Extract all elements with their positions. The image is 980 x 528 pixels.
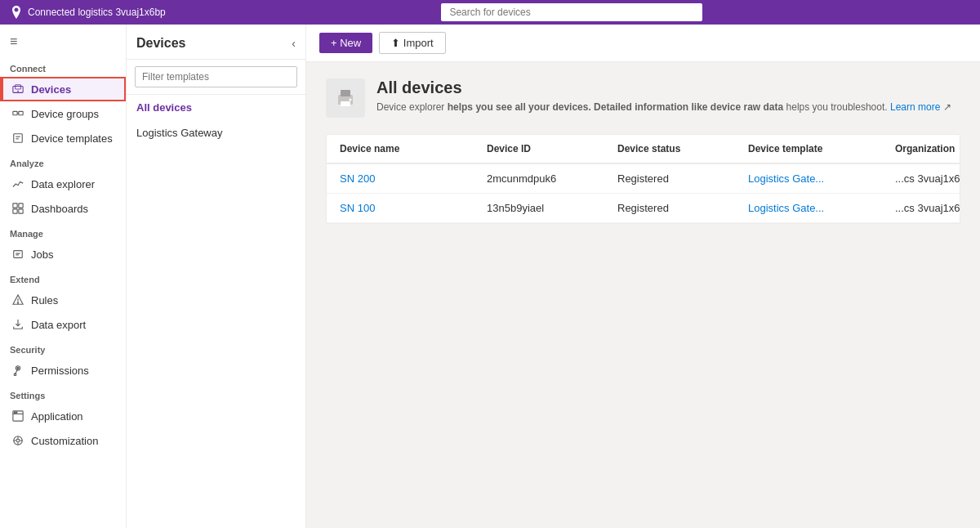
desc-device-explorer: Device explorer: [376, 101, 448, 113]
col-device-status: Device status: [617, 143, 748, 154]
svg-rect-11: [13, 209, 17, 213]
filter-templates-input[interactable]: [135, 66, 297, 87]
device-status-sn100: Registered: [617, 202, 748, 214]
device-id-sn200: 2mcunmdpuk6: [487, 172, 617, 185]
sidebar: ≡ Connect Devices Device: [0, 25, 127, 528]
permissions-icon: [11, 364, 24, 377]
device-templates-icon: [11, 132, 24, 145]
search-input[interactable]: [441, 3, 702, 21]
sidebar-device-templates-label: Device templates: [31, 132, 113, 145]
sidebar-permissions-label: Permissions: [31, 365, 89, 377]
app-name: Connected logistics 3vuaj1x6bp: [28, 7, 166, 18]
svg-rect-9: [13, 204, 17, 208]
all-devices-info: All devices Device explorer helps you se…: [376, 78, 951, 114]
second-panel-nav-all-devices[interactable]: All devices: [127, 95, 305, 120]
col-device-name: Device name: [340, 143, 487, 154]
svg-point-25: [14, 412, 15, 413]
sidebar-item-dashboards[interactable]: Dashboards: [0, 196, 126, 221]
external-link-icon: ↗: [940, 101, 951, 113]
sidebar-item-data-explorer[interactable]: Data explorer: [0, 172, 126, 196]
import-button[interactable]: ⬆ Import: [379, 32, 445, 54]
svg-point-2: [17, 91, 19, 92]
sidebar-item-rules[interactable]: Rules: [0, 288, 126, 312]
svg-rect-4: [19, 111, 23, 114]
sidebar-item-customization[interactable]: Customization: [0, 428, 126, 453]
devices-icon: [11, 83, 24, 96]
organization-sn100: ...cs 3vuaj1x6bp: [895, 202, 960, 214]
section-settings: Settings: [0, 383, 126, 404]
col-device-template: Device template: [748, 143, 895, 154]
device-template-sn200[interactable]: Logistics Gate...: [748, 172, 895, 185]
device-groups-icon: [11, 107, 24, 120]
table-header: Device name Device ID Device status Devi…: [327, 135, 960, 164]
sidebar-item-device-templates[interactable]: Device templates: [0, 126, 126, 150]
sidebar-item-data-export[interactable]: Data export: [0, 312, 126, 337]
svg-rect-3: [13, 111, 17, 114]
learn-more-link[interactable]: Learn more: [890, 101, 940, 113]
second-panel-nav-logistics-gateway[interactable]: Logistics Gateway: [127, 120, 305, 145]
sidebar-customization-label: Customization: [31, 435, 98, 447]
organization-sn200: ...cs 3vuaj1x6bp: [895, 172, 960, 185]
all-devices-header: All devices Device explorer helps you se…: [326, 78, 960, 118]
svg-point-18: [17, 302, 18, 303]
svg-rect-1: [16, 85, 21, 89]
svg-point-26: [16, 412, 17, 413]
second-panel-close-button[interactable]: ‹: [292, 37, 296, 50]
sidebar-data-explorer-label: Data explorer: [31, 178, 95, 190]
device-name-sn100[interactable]: SN 100: [340, 202, 487, 214]
sidebar-item-permissions[interactable]: Permissions: [0, 358, 126, 383]
sidebar-rules-label: Rules: [31, 294, 58, 307]
all-devices-title: All devices: [376, 78, 951, 97]
table-row: SN 200 2mcunmdpuk6 Registered Logistics …: [327, 164, 960, 194]
svg-rect-12: [19, 209, 23, 213]
device-status-sn200: Registered: [617, 172, 748, 185]
svg-point-32: [16, 439, 20, 442]
content-toolbar: + New ⬆ Import: [306, 25, 980, 62]
svg-rect-35: [341, 101, 350, 106]
jobs-icon: [11, 248, 24, 261]
svg-rect-34: [341, 90, 350, 96]
col-organization: Organization: [895, 143, 960, 154]
second-panel-title: Devices: [136, 36, 186, 51]
section-analyze: Analyze: [0, 150, 126, 172]
section-security: Security: [0, 337, 126, 358]
printer-icon: [334, 87, 357, 110]
device-name-sn200[interactable]: SN 200: [340, 172, 487, 185]
main-content: + New ⬆ Import All devices De: [306, 25, 980, 528]
device-template-sn100[interactable]: Logistics Gate...: [748, 202, 895, 214]
svg-rect-13: [14, 251, 23, 258]
sidebar-item-devices[interactable]: Devices: [0, 77, 126, 101]
device-id-sn100: 13n5b9yiael: [487, 202, 617, 214]
table-row: SN 100 13n5b9yiael Registered Logistics …: [327, 194, 960, 223]
svg-rect-10: [19, 204, 23, 208]
second-panel-filter: [127, 60, 305, 95]
sidebar-devices-label: Devices: [31, 83, 71, 96]
sidebar-item-jobs[interactable]: Jobs: [0, 242, 126, 266]
content-area: All devices Device explorer helps you se…: [306, 62, 980, 528]
second-panel: Devices ‹ All devices Logistics Gateway: [127, 25, 306, 528]
data-export-icon: [11, 318, 24, 331]
customization-icon: [11, 434, 24, 447]
location-icon: [10, 6, 23, 19]
sidebar-item-device-groups[interactable]: Device groups: [0, 101, 126, 126]
all-devices-icon: [326, 78, 365, 118]
sidebar-application-label: Application: [31, 410, 83, 423]
sidebar-item-application[interactable]: Application: [0, 404, 126, 428]
section-manage: Manage: [0, 221, 126, 242]
hamburger-button[interactable]: ≡: [0, 28, 126, 56]
topbar: Connected logistics 3vuaj1x6bp: [0, 0, 980, 25]
all-devices-description: Device explorer helps you see all your d…: [376, 101, 951, 114]
rules-icon: [11, 293, 24, 307]
dashboards-icon: [11, 202, 24, 215]
data-explorer-icon: [11, 177, 24, 190]
devices-table: Device name Device ID Device status Devi…: [326, 134, 960, 224]
section-connect: Connect: [0, 56, 126, 77]
second-panel-header: Devices ‹: [127, 25, 305, 60]
new-button[interactable]: + New: [319, 33, 372, 53]
col-device-id: Device ID: [487, 143, 617, 154]
sidebar-dashboards-label: Dashboards: [31, 203, 88, 215]
desc-highlight1: helps you see all your devices. Detailed…: [448, 101, 786, 113]
sidebar-data-export-label: Data export: [31, 319, 86, 331]
sidebar-device-groups-label: Device groups: [31, 108, 99, 120]
desc-highlight2: helps you troubleshoot.: [786, 101, 890, 113]
